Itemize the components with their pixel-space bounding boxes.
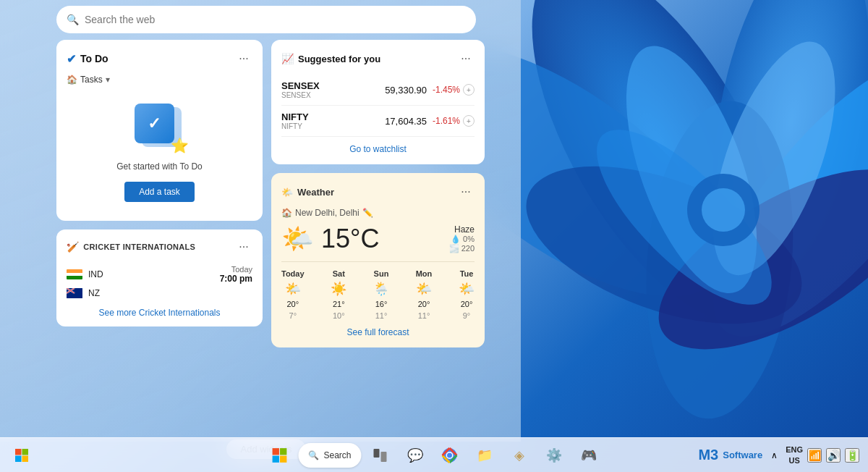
taskbar: 🔍 Search 💬 📁 ◈ [0, 437, 868, 472]
weather-aqi: 🌫️ 220 [449, 244, 475, 253]
add-task-button[interactable]: Add a task [124, 182, 195, 202]
todo-star: ⭐ [171, 137, 189, 154]
todo-check-icon: ✔ [67, 52, 76, 66]
svg-rect-26 [374, 449, 380, 458]
stocks-more-button[interactable]: ··· [457, 50, 475, 67]
cricket-see-more-link[interactable]: See more Cricket Internationals [67, 308, 252, 318]
search-input[interactable] [85, 14, 466, 25]
search-bar[interactable]: 🔍 [56, 6, 476, 33]
forecast-tue-icon: 🌤️ [459, 281, 475, 297]
team-nz-left: NZ [67, 288, 100, 298]
weather-title-text: Weather [297, 187, 334, 198]
todo-more-button[interactable]: ··· [235, 50, 252, 67]
forecast-link[interactable]: See full forecast [281, 327, 475, 337]
todo-checkmark: ✓ [148, 114, 161, 133]
stocks-title: 📈 Suggested for you [281, 53, 380, 64]
settings-icon: ⚙️ [546, 447, 562, 463]
weather-main-icon: 🌤️ [281, 224, 314, 254]
weather-unit: °C [350, 224, 379, 253]
search-taskbar-button[interactable]: 🔍 Search [298, 443, 361, 468]
settings-button[interactable]: ⚙️ [538, 439, 570, 471]
brand-logo: M3 Software [698, 447, 762, 463]
match-time: Today 7:00 pm [220, 265, 252, 284]
team-ind-name: IND [88, 269, 103, 279]
forecast-sun-name: Sun [374, 269, 389, 278]
taskview-button[interactable] [365, 439, 396, 471]
forecast-sat-low: 10° [333, 311, 345, 320]
forecast-mon-name: Mon [416, 269, 433, 278]
forecast-mon-icon: 🌤️ [416, 281, 432, 297]
weather-temp: 15°C [321, 224, 379, 254]
forecast-sun-high: 16° [375, 300, 388, 308]
cricket-more-button[interactable]: ··· [235, 238, 252, 256]
todo-subtitle-text: Tasks [80, 75, 103, 85]
todo-header: ✔ To Do ··· [67, 50, 252, 67]
left-column: ✔ To Do ··· 🏠 Tasks ▾ ✓ ⭐ Get started w [56, 40, 263, 347]
todo-description: Get started with To Do [116, 161, 203, 172]
svg-rect-23 [280, 448, 286, 455]
weather-humidity-value: 0% [463, 235, 475, 243]
forecast-today-low: 7° [289, 311, 297, 320]
fileexplorer-button[interactable]: 📁 [469, 439, 501, 471]
language-indicator: ENG US [786, 444, 803, 465]
stock-sensex-change: -1.45% + [433, 84, 475, 96]
chrome-button[interactable] [434, 439, 466, 471]
weather-side: Haze 💧 0% 🌫️ 220 [449, 224, 475, 253]
forecast-today-name: Today [281, 269, 305, 278]
stock-sensex-info: SENSEX SENSEX [281, 80, 320, 99]
volume-icon[interactable]: 🔊 [826, 448, 841, 463]
windows-logo-icon [14, 448, 29, 463]
svg-rect-20 [15, 455, 22, 462]
forecast-mon-high: 20° [418, 300, 430, 308]
weather-more-button[interactable]: ··· [457, 183, 475, 201]
cricket-title: 🏏 CRICKET INTERNATIONALS [67, 241, 195, 253]
todo-illustration: ✓ ⭐ Get started with To Do Add a task [67, 96, 252, 209]
watchlist-link[interactable]: Go to watchlist [281, 144, 475, 154]
nz-flag [67, 288, 82, 298]
cricket-title-text: CRICKET INTERNATIONALS [83, 243, 195, 251]
stock-nifty-change: -1.61% + [433, 115, 475, 127]
match-time-value: 7:00 pm [220, 274, 252, 284]
tray-expand-button[interactable]: ∧ [767, 439, 781, 471]
forecast-today-icon: 🌤️ [285, 281, 301, 297]
weather-temp-value: 15 [321, 224, 350, 253]
forecast-tue-high: 20° [461, 300, 473, 308]
stocks-header: 📈 Suggested for you ··· [281, 50, 475, 67]
cricket-card: 🏏 CRICKET INTERNATIONALS ··· IND [56, 229, 263, 326]
battery-icon[interactable]: 🔋 [845, 448, 859, 463]
search-icon: 🔍 [67, 14, 79, 25]
todo-subtitle: 🏠 Tasks ▾ [67, 75, 252, 85]
forecast-sun-icon: 🌦️ [373, 281, 389, 297]
right-column: 📈 Suggested for you ··· SENSEX SENSEX 59… [271, 40, 485, 347]
svg-rect-27 [381, 452, 387, 462]
svg-rect-25 [280, 455, 286, 462]
stock-row-sensex: SENSEX SENSEX 59,330.90 -1.45% + [281, 75, 475, 106]
cricket-match: IND Today 7:00 pm [67, 263, 252, 300]
match-time-label: Today [220, 265, 252, 274]
windows-button[interactable] [9, 442, 35, 468]
forecast-sat-name: Sat [333, 269, 345, 278]
stock-row-nifty: NIFTY NIFTY 17,604.35 -1.61% + [281, 106, 475, 137]
forecast-today: Today 🌤️ 20° 7° [281, 269, 305, 320]
xbox-button[interactable]: 🎮 [573, 439, 605, 471]
edit-icon[interactable]: ✏️ [362, 208, 373, 218]
chat-button[interactable]: 💬 [399, 439, 431, 471]
svg-rect-21 [22, 455, 29, 462]
start-button[interactable] [263, 439, 295, 471]
team-nz-name: NZ [88, 288, 100, 298]
cricket-team-ind: IND Today 7:00 pm [67, 263, 252, 286]
stocks-icon: 📈 [281, 53, 294, 64]
stock-sensex-sub: SENSEX [281, 91, 320, 99]
brand-m3-text: M3 [698, 447, 718, 463]
brand-software-text: Software [723, 450, 762, 460]
stock-sensex-name: SENSEX [281, 80, 320, 91]
network-icon[interactable]: 📶 [807, 448, 822, 463]
weather-card: 🌤️ Weather ··· 🏠 New Delhi, Delhi ✏️ 🌤️ … [271, 173, 485, 347]
todo-card: ✔ To Do ··· 🏠 Tasks ▾ ✓ ⭐ Get started w [56, 40, 263, 221]
stock-nifty-value: 17,604.35 [385, 116, 427, 127]
app5-button[interactable]: ◈ [503, 439, 535, 471]
search-taskbar-icon: 🔍 [308, 450, 319, 460]
stock-nifty-name: NIFTY [281, 111, 309, 122]
forecast-row: Today 🌤️ 20° 7° Sat ☀️ 21° 10° Sun 🌦️ 16… [281, 261, 475, 320]
taskbar-left [9, 442, 35, 468]
